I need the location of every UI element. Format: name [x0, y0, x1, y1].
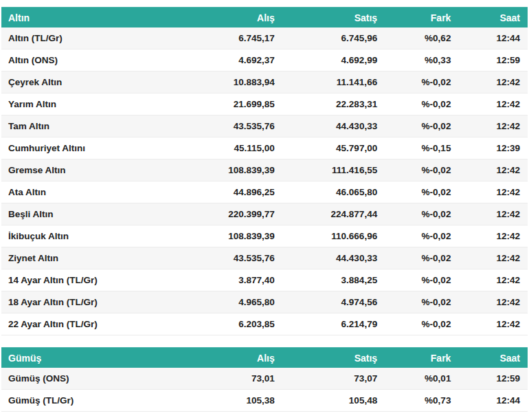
table-row[interactable]: Ziynet Altın43.535,7644.430,33%-0,0212:4… [1, 247, 528, 269]
cell-buy-price: 3.877,40 [183, 275, 283, 285]
silver-table-header: Gümüş Alış Satış Fark Saat [1, 347, 528, 368]
cell-update-time: 12:42 [459, 209, 528, 219]
table-row[interactable]: İkibuçuk Altın108.839,39110.666,96%-0,02… [1, 225, 528, 247]
table-row[interactable]: Ata Altın44.896,2546.065,80%-0,0212:42 [1, 181, 528, 203]
table-row[interactable]: 18 Ayar Altın (TL/Gr)4.965,804.974,56%-0… [1, 291, 528, 313]
table-row[interactable]: 14 Ayar Altın (TL/Gr)3.877,403.884,25%-0… [1, 269, 528, 291]
table-row[interactable]: Tam Altın43.535,7644.430,33%-0,0212:42 [1, 115, 528, 137]
cell-asset-name: 22 Ayar Altın (TL/Gr) [1, 319, 183, 329]
cell-change-percent: %-0,02 [385, 187, 459, 197]
cell-asset-name: 18 Ayar Altın (TL/Gr) [1, 297, 183, 307]
cell-change-percent: %-0,02 [385, 319, 459, 329]
cell-update-time: 12:59 [459, 373, 528, 384]
cell-asset-name: Tam Altın [1, 121, 183, 131]
cell-buy-price: 108.839,39 [183, 231, 283, 241]
cell-asset-name: Altın (ONS) [1, 55, 183, 65]
cell-update-time: 12:42 [459, 231, 528, 241]
column-header-buy: Alış [183, 12, 283, 23]
cell-update-time: 12:42 [459, 121, 528, 131]
cell-sell-price: 6.745,96 [283, 33, 385, 43]
cell-sell-price: 22.283,31 [283, 99, 385, 109]
cell-change-percent: %-0,02 [385, 99, 459, 109]
table-row[interactable]: Altın (TL/Gr)6.745,176.745,96%0,6212:44 [1, 27, 528, 49]
cell-change-percent: %0,01 [385, 373, 459, 384]
cell-change-percent: %0,73 [385, 395, 459, 406]
cell-sell-price: 4.692,99 [283, 55, 385, 65]
column-header-change: Fark [385, 12, 459, 23]
cell-change-percent: %-0,15 [385, 143, 459, 153]
cell-change-percent: %-0,02 [385, 231, 459, 241]
table-row[interactable]: Gümüş (ONS)73,0173,07%0,0112:59 [1, 368, 528, 390]
cell-update-time: 12:42 [459, 275, 528, 285]
cell-change-percent: %-0,02 [385, 275, 459, 285]
cell-sell-price: 73,07 [283, 373, 385, 384]
cell-change-percent: %-0,02 [385, 121, 459, 131]
cell-sell-price: 11.141,66 [283, 77, 385, 87]
cell-update-time: 12:42 [459, 253, 528, 263]
cell-buy-price: 4.965,80 [183, 297, 283, 307]
prices-page: Altın Alış Satış Fark Saat Altın (TL/Gr)… [0, 0, 529, 412]
cell-asset-name: Cumhuriyet Altını [1, 143, 183, 153]
cell-buy-price: 10.883,94 [183, 77, 283, 87]
cell-asset-name: 14 Ayar Altın (TL/Gr) [1, 275, 183, 285]
column-header-sell: Satış [283, 353, 385, 364]
cell-buy-price: 108.839,39 [183, 165, 283, 175]
table-row[interactable]: Gümüş (TL/Gr)105,38105,48%0,7312:44 [1, 390, 528, 412]
cell-buy-price: 43.535,76 [183, 121, 283, 131]
cell-asset-name: Altın (TL/Gr) [1, 33, 183, 43]
column-header-buy: Alış [183, 353, 283, 364]
gold-table-body: Altın (TL/Gr)6.745,176.745,96%0,6212:44A… [1, 27, 528, 335]
cell-asset-name: Yarım Altın [1, 99, 183, 109]
table-row[interactable]: Cumhuriyet Altını45.115,0045.797,00%-0,1… [1, 137, 528, 159]
cell-update-time: 12:42 [459, 319, 528, 329]
cell-update-time: 12:59 [459, 55, 528, 65]
cell-sell-price: 46.065,80 [283, 187, 385, 197]
cell-update-time: 12:42 [459, 187, 528, 197]
table-row[interactable]: Gremse Altın108.839,39111.416,55%-0,0212… [1, 159, 528, 181]
column-header-change: Fark [385, 353, 459, 364]
cell-sell-price: 44.430,33 [283, 253, 385, 263]
cell-update-time: 12:39 [459, 143, 528, 153]
column-header-time: Saat [459, 353, 528, 364]
silver-table-body: Gümüş (ONS)73,0173,07%0,0112:59Gümüş (TL… [1, 368, 528, 412]
cell-buy-price: 45.115,00 [183, 143, 283, 153]
cell-sell-price: 4.974,56 [283, 297, 385, 307]
cell-sell-price: 3.884,25 [283, 275, 385, 285]
cell-asset-name: Gremse Altın [1, 165, 183, 175]
cell-change-percent: %-0,02 [385, 297, 459, 307]
cell-change-percent: %0,33 [385, 55, 459, 65]
column-header-sell: Satış [283, 12, 385, 23]
cell-buy-price: 4.692,37 [183, 55, 283, 65]
table-row[interactable]: Çeyrek Altın10.883,9411.141,66%-0,0212:4… [1, 71, 528, 93]
silver-price-table: Gümüş Alış Satış Fark Saat Gümüş (ONS)73… [1, 347, 528, 412]
cell-update-time: 12:42 [459, 77, 528, 87]
cell-change-percent: %-0,02 [385, 209, 459, 219]
cell-asset-name: Gümüş (ONS) [1, 373, 183, 384]
cell-update-time: 12:42 [459, 99, 528, 109]
gold-price-table: Altın Alış Satış Fark Saat Altın (TL/Gr)… [1, 7, 528, 335]
cell-update-time: 12:44 [459, 395, 528, 406]
cell-asset-name: Çeyrek Altın [1, 77, 183, 87]
cell-sell-price: 44.430,33 [283, 121, 385, 131]
cell-buy-price: 43.535,76 [183, 253, 283, 263]
cell-sell-price: 6.214,79 [283, 319, 385, 329]
cell-change-percent: %-0,02 [385, 165, 459, 175]
cell-update-time: 12:42 [459, 297, 528, 307]
column-header-asset: Gümüş [1, 353, 183, 364]
column-header-asset: Altın [1, 12, 183, 23]
cell-asset-name: Ata Altın [1, 187, 183, 197]
cell-buy-price: 6.203,85 [183, 319, 283, 329]
table-row[interactable]: Yarım Altın21.699,8522.283,31%-0,0212:42 [1, 93, 528, 115]
cell-change-percent: %0,62 [385, 33, 459, 43]
cell-buy-price: 6.745,17 [183, 33, 283, 43]
table-row[interactable]: Altın (ONS)4.692,374.692,99%0,3312:59 [1, 49, 528, 71]
table-row[interactable]: Beşli Altın220.399,77224.877,44%-0,0212:… [1, 203, 528, 225]
cell-change-percent: %-0,02 [385, 253, 459, 263]
cell-buy-price: 44.896,25 [183, 187, 283, 197]
cell-asset-name: İkibuçuk Altın [1, 231, 183, 241]
table-row[interactable]: 22 Ayar Altın (TL/Gr)6.203,856.214,79%-0… [1, 313, 528, 335]
cell-sell-price: 111.416,55 [283, 165, 385, 175]
cell-sell-price: 45.797,00 [283, 143, 385, 153]
cell-update-time: 12:44 [459, 33, 528, 43]
column-header-time: Saat [459, 12, 528, 23]
